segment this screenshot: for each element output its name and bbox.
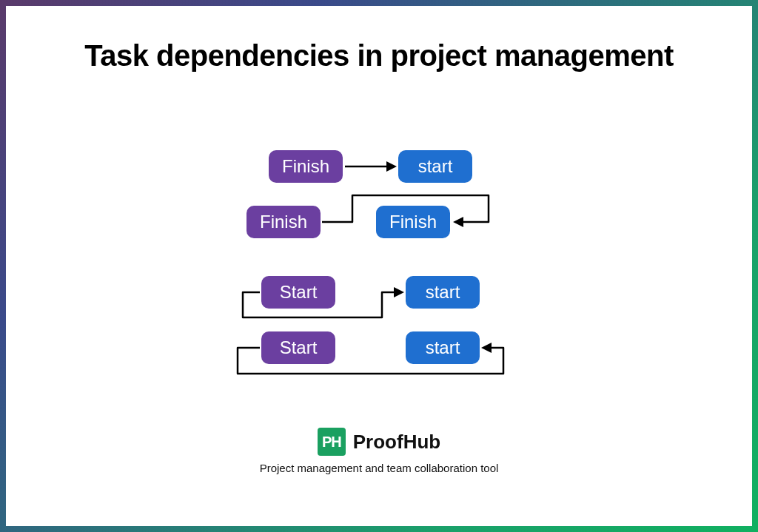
arrows-clean [6,150,752,422]
svg-marker-6 [386,161,397,172]
pill-finish-2: Finish [246,206,321,238]
pill-start-4: Start [261,331,335,364]
pill-start-2: Start [261,276,335,309]
page-title: Task dependencies in project management [6,37,752,74]
svg-marker-9 [481,343,492,353]
svg-marker-7 [453,217,463,227]
pill-start-5: start [406,331,480,364]
brand-tagline: Project management and team collaboratio… [260,462,499,474]
svg-marker-8 [394,287,404,297]
pill-finish-3: Finish [376,206,450,238]
brand-name: ProofHub [353,431,440,454]
brand-footer: PH ProofHub Project management and team … [6,428,752,474]
dependency-diagram: Finish start Finish Finish Start start S… [6,150,752,422]
pill-start-1: start [398,150,472,183]
pill-start-3: start [406,276,480,309]
proofhub-logo-icon: PH [318,428,346,456]
pill-finish-1: Finish [269,150,343,183]
